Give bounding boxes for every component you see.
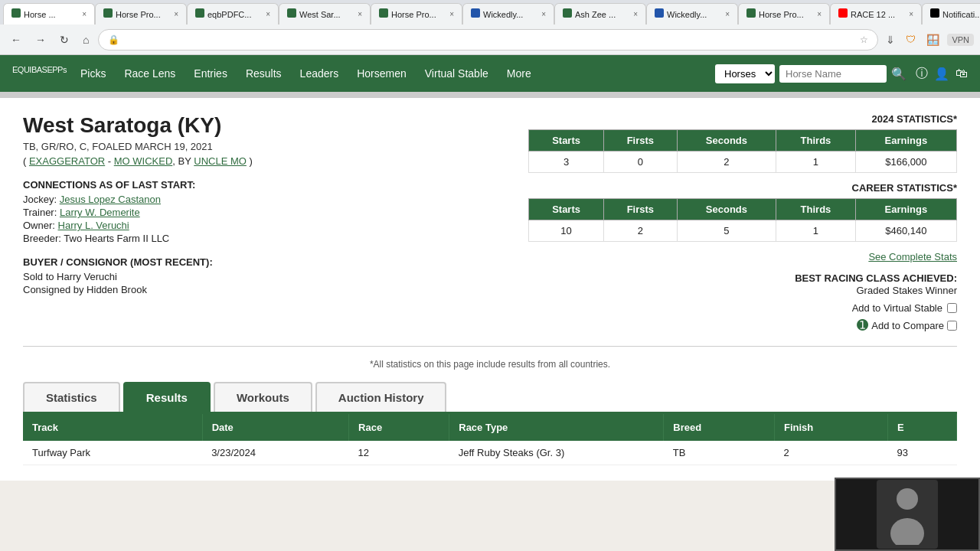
tab-close-t2[interactable]: × — [174, 10, 178, 18]
tab-title-t10: RACE 12 ... — [851, 10, 906, 19]
tab-close-t6[interactable]: × — [541, 10, 546, 18]
nav-picks[interactable]: Picks — [73, 61, 113, 86]
col-seconds-career: Seconds — [677, 199, 776, 220]
add-virtual-stable-checkbox[interactable] — [947, 303, 957, 313]
see-complete-stats-link[interactable]: See Complete Stats — [868, 251, 957, 262]
jockey-link[interactable]: Jesus Lopez Castanon — [60, 194, 161, 205]
browser-tab-t3[interactable]: eqbPDFC...× — [187, 3, 279, 24]
browser-tab-t9[interactable]: Horse Pro...× — [738, 3, 830, 24]
col-starts-2024: Starts — [529, 130, 604, 152]
url-input[interactable]: https://www.equibase.com/profiles/Result… — [124, 34, 855, 45]
tab-close-t4[interactable]: × — [358, 10, 362, 18]
cart-icon[interactable]: 🛍 — [956, 67, 968, 80]
consigned-by: Consigned by Hidden Brook — [23, 284, 498, 295]
tab-close-t10[interactable]: × — [909, 10, 913, 18]
tab-favicon-t6 — [471, 8, 480, 20]
tab-statistics[interactable]: Statistics — [23, 382, 120, 412]
browser-tab-t11[interactable]: Notificati...× — [922, 3, 980, 24]
tab-close-t1[interactable]: × — [82, 10, 87, 18]
nav-more[interactable]: More — [499, 61, 539, 86]
nav-leaders[interactable]: Leaders — [292, 61, 347, 86]
stats-note: *All statistics on this page include res… — [23, 359, 957, 370]
trainer-line: Trainer: Larry W. Demerite — [23, 207, 498, 218]
extensions-icon[interactable]: 🪟 — [923, 32, 942, 47]
browser-chrome: Horse ...×Horse Pro...×eqbPDFC...×West S… — [0, 0, 980, 55]
owner-link[interactable]: Harry L. Veruchi — [58, 220, 129, 231]
table-cell-race: 12 — [349, 441, 449, 465]
sire-of-dam-link[interactable]: UNCLE MO — [194, 155, 247, 167]
owner-line: Owner: Harry L. Veruchi — [23, 220, 498, 231]
nav-horsemen[interactable]: Horsemen — [349, 61, 414, 86]
search-input[interactable] — [779, 65, 887, 83]
nav-results[interactable]: Results — [238, 61, 289, 86]
col-e: E — [887, 414, 956, 441]
horse-header: West Saratoga (KY) TB, GR/RO, C, FOALED … — [23, 113, 957, 334]
tab-close-t7[interactable]: × — [633, 10, 638, 18]
col-earnings-2024: Earnings — [855, 130, 956, 152]
add-virtual-stable-label[interactable]: Add to Virtual Stable — [528, 302, 957, 314]
table-cell-track: Turfway Park — [23, 441, 202, 465]
col-starts-career: Starts — [529, 199, 604, 220]
nav-race-lens[interactable]: Race Lens — [116, 61, 183, 86]
sire-link[interactable]: EXAGGERATOR — [29, 155, 105, 167]
col-earnings-career: Earnings — [855, 199, 956, 220]
tab-auction-history[interactable]: Auction History — [315, 382, 447, 412]
tab-close-t3[interactable]: × — [266, 10, 270, 18]
stats-panel: 2024 STATISTICS* Starts Firsts Seconds T… — [528, 113, 957, 334]
browser-tab-t7[interactable]: Ash Zee ...× — [554, 3, 646, 24]
browser-tab-t4[interactable]: West Sar...× — [279, 3, 371, 24]
add-compare-row: ➊ Add to Compare — [528, 317, 957, 334]
table-cell-race-type: Jeff Ruby Steaks (Gr. 3) — [449, 441, 664, 465]
col-finish: Finish — [774, 414, 887, 441]
tab-close-t5[interactable]: × — [449, 10, 454, 18]
forward-button[interactable]: → — [31, 31, 51, 49]
tab-favicon-t1 — [11, 8, 21, 20]
horse-name: West Saratoga (KY) — [23, 113, 498, 138]
tab-title-t6: Wickedly... — [483, 10, 538, 19]
browser-toolbar: ← → ↻ ⌂ 🔒 https://www.equibase.com/profi… — [0, 24, 980, 55]
val-starts-2024: 3 — [529, 152, 604, 173]
buyer-section: BUYER / CONSIGNOR (MOST RECENT): Sold to… — [23, 256, 498, 295]
tab-close-t9[interactable]: × — [817, 10, 822, 18]
nav-entries[interactable]: Entries — [186, 61, 235, 86]
browser-tab-t1[interactable]: Horse ...× — [3, 3, 95, 24]
nav-virtual-stable[interactable]: Virtual Stable — [417, 61, 496, 86]
back-button[interactable]: ← — [6, 31, 26, 49]
browser-tab-t8[interactable]: Wickedly...× — [646, 3, 738, 24]
add-compare-checkbox[interactable] — [947, 321, 957, 331]
site-logo: EQUIBASEPPs — [12, 65, 67, 83]
buyer-heading: BUYER / CONSIGNOR (MOST RECENT): — [23, 256, 498, 268]
dam-link[interactable]: MO WICKED — [114, 155, 173, 167]
col-thirds-2024: Thirds — [776, 130, 855, 152]
info-icon[interactable]: ⓘ — [916, 66, 928, 82]
browser-tab-t2[interactable]: Horse Pro...× — [95, 3, 187, 24]
add-compare-icon: ➊ — [857, 317, 868, 334]
table-cell-e: 93 — [887, 441, 956, 465]
tab-favicon-t5 — [379, 8, 388, 20]
trainer-link[interactable]: Larry W. Demerite — [60, 207, 140, 218]
content-area: West Saratoga (KY) TB, GR/RO, C, FOALED … — [0, 98, 980, 481]
search-button[interactable]: 🔍 — [891, 67, 906, 81]
shield-icon[interactable]: 🛡 — [903, 32, 919, 47]
reload-button[interactable]: ↻ — [55, 31, 74, 49]
browser-tab-t10[interactable]: RACE 12 ...× — [830, 3, 922, 24]
tab-close-t8[interactable]: × — [725, 10, 730, 18]
vpn-icon[interactable]: VPN — [947, 34, 974, 46]
tab-results[interactable]: Results — [123, 382, 211, 412]
col-breed: Breed — [664, 414, 775, 441]
main-content: West Saratoga (KY) TB, GR/RO, C, FOALED … — [0, 92, 980, 481]
browser-tab-t6[interactable]: Wickedly...× — [462, 3, 554, 24]
tab-title-t1: Horse ... — [24, 10, 79, 19]
jockey-line: Jockey: Jesus Lopez Castanon — [23, 194, 498, 205]
home-button[interactable]: ⌂ — [78, 31, 93, 49]
downloads-icon[interactable]: ⇓ — [883, 32, 898, 47]
site-navigation: EQUIBASEPPs Picks Race Lens Entries Resu… — [0, 55, 980, 92]
browser-tab-t5[interactable]: Horse Pro...× — [371, 3, 462, 24]
results-table: Track Date Race Race Type Breed Finish E… — [23, 414, 957, 465]
best-class-label: BEST RACING CLASS ACHIEVED: — [795, 272, 957, 284]
search-category-select[interactable]: Horses — [715, 64, 775, 83]
connections-heading: CONNECTIONS AS OF LAST START: — [23, 179, 498, 191]
tab-workouts[interactable]: Workouts — [214, 382, 312, 412]
account-icon[interactable]: 👤 — [934, 67, 949, 81]
see-complete-stats: See Complete Stats — [528, 251, 957, 262]
